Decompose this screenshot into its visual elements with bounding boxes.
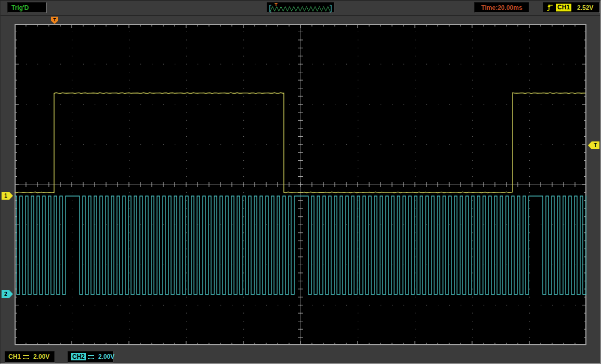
ch1-dc-coupling-icon [23, 355, 29, 359]
ch2-dc-coupling-icon [88, 355, 94, 359]
timebase-panel: Time:20.00ms [474, 2, 529, 13]
oscilloscope-window: Trig'D T Time:20.00ms CH1 2.52V T 1 2 T … [0, 0, 601, 364]
trigger-settings-panel: CH1 2.52V [543, 2, 600, 13]
trigger-status-label: Trig'D [11, 4, 29, 11]
ch1-zero-level-marker[interactable]: 1 [2, 192, 13, 200]
trigger-status-panel: Trig'D [7, 2, 47, 13]
timebase-value: Time:20.00ms [481, 4, 522, 11]
ch1-status-panel: CH1 2.00V [5, 351, 55, 362]
trigger-source-badge[interactable]: CH1 [556, 4, 571, 11]
ch2-zero-level-marker[interactable]: 2 [2, 290, 13, 298]
horizontal-position-preview: T [267, 2, 334, 13]
ch1-scale-value: 2.00V [33, 353, 49, 360]
scope-graticule-and-traces [15, 24, 586, 345]
top-status-bar: Trig'D T Time:20.00ms CH1 2.52V [1, 1, 600, 16]
rising-edge-trigger-icon [546, 4, 553, 12]
trigger-position-marker[interactable]: T [51, 17, 58, 24]
ch2-status-panel: CH2 2.00V [68, 351, 113, 362]
trigger-level-marker[interactable]: T [588, 141, 599, 149]
ch2-scale-value: 2.00V [98, 353, 114, 360]
trigger-level-value: 2.52V [577, 4, 593, 11]
waveform-display [15, 24, 586, 345]
ch2-label[interactable]: CH2 [71, 353, 86, 360]
bottom-status-bar: CH1 2.00V CH2 2.00V [1, 350, 600, 363]
ch1-label[interactable]: CH1 [8, 353, 21, 360]
preview-trigger-position-marker[interactable]: T [275, 3, 278, 7]
